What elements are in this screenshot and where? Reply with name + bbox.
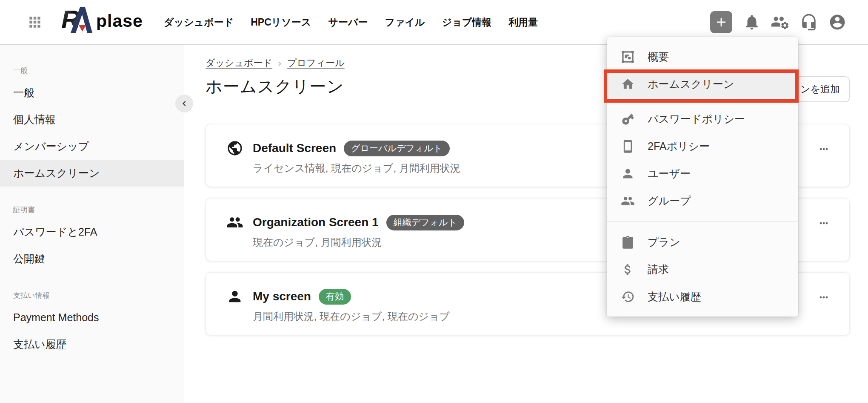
clipboard-icon [621,235,635,249]
breadcrumb-link-profile[interactable]: プロフィール [287,57,345,69]
menu-item-password-policy[interactable]: パスワードポリシー [607,105,798,132]
overview-icon [621,50,635,64]
nav-link-usage[interactable]: 利用量 [508,16,538,29]
notifications-bell-icon[interactable] [743,13,761,31]
primary-nav: ダッシュボードHPCリソースサーバーファイルジョブ情報利用量 [164,0,538,44]
nav-link-servers[interactable]: サーバー [328,16,368,29]
sidebar-item-personal-info[interactable]: 個人情報 [0,106,184,133]
card-title: Organization Screen 1 [253,216,379,229]
menu-item-billing[interactable]: 請求 [607,256,798,283]
sidebar-item-membership[interactable]: メンバーシップ [0,133,184,160]
menu-item-groups[interactable]: グループ [607,187,798,214]
group-icon [226,214,243,231]
sidebar-item-payment-history[interactable]: 支払い履歴 [0,331,184,358]
card-subtitle: 現在のジョブ, 月間利用状況 [253,236,464,249]
sidebar-section-label: 証明書 [0,201,184,219]
admin-manage-users-icon[interactable] [771,13,789,31]
group-icon [621,194,635,208]
menu-item-home-screen[interactable]: ホームスクリーン [607,70,798,98]
sidebar-section-label: 一般 [0,61,184,79]
person-icon [226,288,243,305]
nav-link-jobs[interactable]: ジョブ情報 [442,16,492,29]
logo-mark: R [61,7,95,33]
more-options-icon[interactable] [815,218,832,228]
nav-link-dashboard[interactable]: ダッシュボード [164,16,234,29]
more-options-icon[interactable] [815,144,832,154]
breadcrumb-link-dashboard[interactable]: ダッシュボード [206,57,272,69]
admin-dropdown-menu: 概要 ホームスクリーン パスワードポリシー 2FAポリシー ユーザー グループ … [607,37,798,317]
sidebar-section: 支払い情報 Payment Methods支払い履歴 [0,286,184,358]
smartphone-icon [621,139,635,153]
card-status-badge: 有効 [319,289,351,305]
sidebar-item-home-screen[interactable]: ホームスクリーン [0,160,184,187]
create-new-button[interactable] [710,11,732,33]
logo[interactable]: R plase [61,7,143,33]
menu-item-payment-history[interactable]: 支払い履歴 [607,283,798,310]
menu-item-label: プラン [648,235,680,249]
sidebar-item-password-2fa[interactable]: パスワードと2FA [0,219,184,245]
menu-item-label: 2FAポリシー [648,139,710,153]
sidebar-section-label: 支払い情報 [0,286,184,304]
breadcrumb-separator: › [278,58,281,68]
sidebar-section: 証明書 パスワードと2FA公開鍵 [0,201,184,272]
card-status-badge: 組織デフォルト [386,215,464,230]
key-icon [621,112,635,126]
person-icon [621,167,635,181]
sidebar-section: 一般 一般個人情報メンバーシップホームスクリーン [0,61,184,187]
menu-divider [607,221,798,222]
menu-item-label: グループ [648,194,691,208]
home-icon [621,77,635,91]
sidebar-item-public-keys[interactable]: 公開鍵 [0,245,184,272]
card-subtitle: ライセンス情報, 現在のジョブ, 月間利用状況 [253,161,460,175]
menu-item-label: 請求 [648,262,669,276]
menu-item-label: 支払い履歴 [648,290,701,304]
menu-item-plans[interactable]: プラン [607,228,798,256]
menu-item-overview[interactable]: 概要 [607,43,798,70]
menu-item-label: ユーザー [648,167,691,181]
menu-item-label: ホームスクリーン [648,77,734,91]
menu-item-2fa-policy[interactable]: 2FAポリシー [607,132,798,160]
card-title: My screen [253,290,311,303]
nav-link-files[interactable]: ファイル [385,16,425,29]
more-options-icon[interactable] [815,292,832,302]
nav-link-hpc-resources[interactable]: HPCリソース [251,16,311,29]
breadcrumb: ダッシュボード › プロフィール [206,57,345,69]
support-headset-icon[interactable] [800,13,818,31]
globe-icon [226,140,243,157]
card-title: Default Screen [253,141,336,155]
sidebar-collapse-button[interactable] [175,95,193,112]
menu-item-label: 概要 [648,50,669,64]
dollar-icon [621,262,635,276]
history-icon [621,290,635,304]
page-title: ホームスクリーン [206,75,344,98]
card-subtitle: 月間利用状況, 現在のジョブ, 現在のジョブ [253,310,450,323]
sidebar-item-payment-methods[interactable]: Payment Methods [0,304,184,331]
menu-item-users[interactable]: ユーザー [607,160,798,187]
card-status-badge: グローバルデフォルト [344,141,449,156]
menu-item-label: パスワードポリシー [648,112,745,126]
sidebar-item-general[interactable]: 一般 [0,79,184,106]
settings-sidebar: 一般 一般個人情報メンバーシップホームスクリーン 証明書 パスワードと2FA公開… [0,44,184,403]
logo-text: plase [96,12,143,30]
apps-grid-icon[interactable] [27,14,43,30]
account-circle-icon[interactable] [828,13,846,31]
